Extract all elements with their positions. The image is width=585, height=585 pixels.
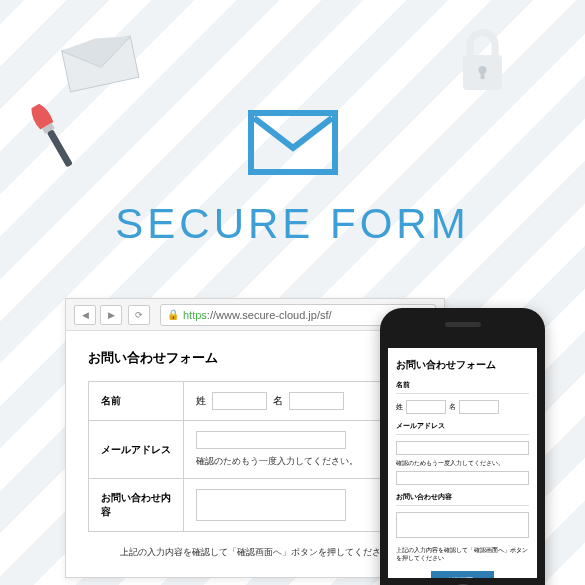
phone-sei-label: 姓 <box>396 402 403 412</box>
phone-name-label: 名前 <box>396 380 529 390</box>
phone-sei-input[interactable] <box>406 400 446 414</box>
divider <box>396 505 529 506</box>
phone-mockup: お問い合わせフォーム 名前 姓 名 メールアドレス 確認のためもう一度入力してく… <box>380 308 545 585</box>
email-label: メールアドレス <box>89 421 184 479</box>
phone-email-label: メールアドレス <box>396 421 529 431</box>
sei-input[interactable] <box>212 392 267 410</box>
form-footer-text: 上記の入力内容を確認して「確認画面へ」ボタンを押してください <box>88 546 422 559</box>
name-label: 名前 <box>89 382 184 421</box>
phone-content-input[interactable] <box>396 512 529 538</box>
phone-email-confirm-input[interactable] <box>396 471 529 485</box>
lock-icon <box>455 25 510 95</box>
content-label: お問い合わせ内容 <box>89 479 184 532</box>
ssl-lock-icon: 🔒 <box>167 309 179 320</box>
phone-mei-input[interactable] <box>459 400 499 414</box>
content-input[interactable] <box>196 489 346 521</box>
form-title: お問い合わせフォーム <box>88 349 422 367</box>
phone-form-title: お問い合わせフォーム <box>396 358 529 372</box>
url-path: ://www.secure-cloud.jp/sf/ <box>207 309 332 321</box>
phone-email-input[interactable] <box>396 441 529 455</box>
contact-form: 名前 姓 名 メールアドレス 確認のためもう一度入力してください。 <box>88 381 422 532</box>
mei-label: 名 <box>273 394 283 408</box>
divider <box>396 393 529 394</box>
phone-screen: お問い合わせフォーム 名前 姓 名 メールアドレス 確認のためもう一度入力してく… <box>388 348 537 578</box>
url-protocol: https <box>183 309 207 321</box>
mail-logo-icon <box>248 110 338 179</box>
divider <box>396 434 529 435</box>
phone-mei-label: 名 <box>449 402 456 412</box>
email-input[interactable] <box>196 431 346 449</box>
mei-input[interactable] <box>289 392 344 410</box>
refresh-button[interactable]: ⟳ <box>128 305 150 325</box>
back-button[interactable]: ◀ <box>74 305 96 325</box>
page-title: SECURE FORM <box>0 200 585 248</box>
email-note: 確認のためもう一度入力してください。 <box>196 455 409 468</box>
phone-content-label: お問い合わせ内容 <box>396 492 529 502</box>
svg-rect-2 <box>481 70 485 79</box>
forward-button[interactable]: ▶ <box>100 305 122 325</box>
phone-footer-text: 上記の入力内容を確認して「確認画面へ」ボタンを押してください <box>396 546 529 563</box>
sei-label: 姓 <box>196 394 206 408</box>
svg-rect-4 <box>47 129 73 167</box>
phone-email-note: 確認のためもう一度入力してください。 <box>396 459 529 468</box>
phone-submit-button[interactable]: 確認画面へ <box>431 571 494 578</box>
